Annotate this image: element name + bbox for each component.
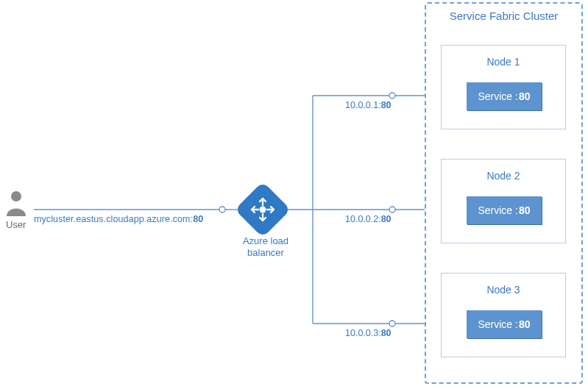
svg-point-1	[219, 207, 225, 213]
load-balancer-label: Azure load balancer	[240, 235, 291, 260]
node-3-service-port: 80	[519, 318, 531, 330]
node-1: Node 1 Service :80	[441, 45, 566, 129]
branch-ip-1-port: 80	[381, 100, 392, 110]
branch-ip-1-host: 10.0.0.1:	[345, 100, 381, 110]
node-2: Node 2 Service :80	[441, 159, 566, 243]
branch-ip-3: 10.0.0.3:80	[345, 328, 392, 338]
node-3-service-label: Service :	[478, 318, 517, 330]
load-balancer-icon	[243, 190, 283, 229]
branch-ip-2-host: 10.0.0.2:	[345, 214, 381, 224]
cluster-url-port: 80	[193, 214, 203, 224]
user-label: User	[6, 219, 26, 230]
branch-ip-1: 10.0.0.1:80	[345, 100, 392, 110]
node-3-service: Service :80	[467, 310, 542, 338]
svg-point-12	[389, 321, 395, 326]
cluster-title: Service Fabric Cluster	[426, 10, 581, 22]
node-1-service: Service :80	[467, 82, 542, 110]
user-icon	[5, 190, 27, 216]
svg-point-14	[11, 191, 21, 201]
node-2-service-port: 80	[519, 204, 531, 216]
branch-ip-2: 10.0.0.2:80	[345, 214, 392, 224]
node-3-title: Node 3	[442, 284, 565, 296]
svg-point-9	[389, 207, 395, 213]
cluster-url: mycluster.eastus.cloudapp.azure.com:80	[34, 214, 203, 224]
node-2-service-label: Service :	[478, 204, 517, 216]
svg-point-6	[389, 93, 395, 99]
svg-point-15	[260, 207, 266, 213]
cluster-container: Service Fabric Cluster Node 1 Service :8…	[425, 2, 583, 384]
node-1-service-port: 80	[519, 90, 531, 102]
node-1-service-label: Service :	[478, 90, 517, 102]
branch-ip-2-port: 80	[381, 214, 392, 224]
branch-ip-3-host: 10.0.0.3:	[345, 328, 381, 338]
cluster-url-host: mycluster.eastus.cloudapp.azure.com:	[34, 214, 193, 224]
branch-ip-3-port: 80	[381, 328, 392, 338]
diagram-stage: User mycluster.eastus.cloudapp.azure.com…	[0, 0, 588, 389]
node-1-title: Node 1	[442, 56, 565, 68]
node-2-service: Service :80	[467, 196, 542, 224]
node-3: Node 3 Service :80	[441, 273, 566, 357]
node-2-title: Node 2	[442, 170, 565, 182]
